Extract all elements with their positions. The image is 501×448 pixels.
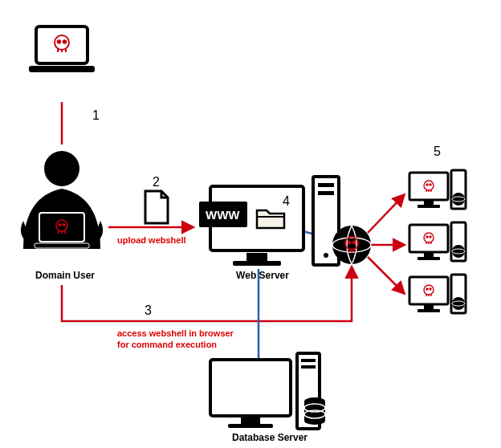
web-server-label: Web Server — [226, 270, 299, 281]
step-5-label: 5 — [434, 145, 441, 159]
domain-user-label: Domain User — [29, 270, 101, 281]
svg-rect-12 — [246, 253, 267, 261]
svg-point-2 — [55, 35, 69, 50]
svg-rect-34 — [241, 417, 260, 424]
svg-rect-37 — [301, 359, 316, 362]
svg-point-19 — [332, 226, 371, 264]
upload-annotation: upload webshell — [117, 234, 186, 246]
svg-point-18 — [324, 253, 328, 258]
svg-point-9 — [59, 224, 61, 226]
www-label: WWW — [206, 208, 240, 222]
access-annotation: access webshell in browser for command e… — [117, 328, 234, 351]
svg-point-3 — [58, 40, 61, 43]
svg-point-23 — [353, 242, 356, 244]
svg-rect-0 — [36, 26, 88, 63]
arrow-spread-3 — [368, 257, 404, 293]
step-3-label: 3 — [145, 303, 152, 318]
svg-rect-38 — [301, 365, 316, 369]
svg-rect-17 — [318, 191, 334, 195]
svg-rect-6 — [39, 213, 84, 242]
svg-rect-35 — [228, 424, 273, 428]
svg-point-4 — [63, 40, 67, 43]
arrow-spread-1 — [368, 195, 404, 233]
svg-rect-16 — [318, 183, 334, 187]
step-1-label: 1 — [92, 108, 100, 123]
svg-rect-7 — [35, 243, 89, 248]
database-server-label: Database Server — [222, 432, 318, 443]
svg-rect-1 — [29, 66, 95, 72]
svg-point-22 — [348, 242, 351, 244]
file-icon — [145, 191, 168, 223]
target-hosts — [409, 170, 466, 313]
arrow-step3 — [62, 267, 352, 321]
database-server-icon — [210, 353, 325, 429]
step-2-label: 2 — [153, 175, 160, 189]
svg-point-10 — [63, 224, 65, 226]
compromised-globe-icon — [332, 226, 371, 264]
svg-point-5 — [44, 151, 79, 186]
svg-rect-13 — [233, 261, 281, 266]
diagram-canvas: WWW — [0, 0, 501, 448]
domain-user-icon — [21, 151, 103, 249]
svg-rect-33 — [210, 360, 291, 416]
attacker-laptop-icon — [29, 26, 95, 72]
step-4-label: 4 — [283, 194, 290, 209]
